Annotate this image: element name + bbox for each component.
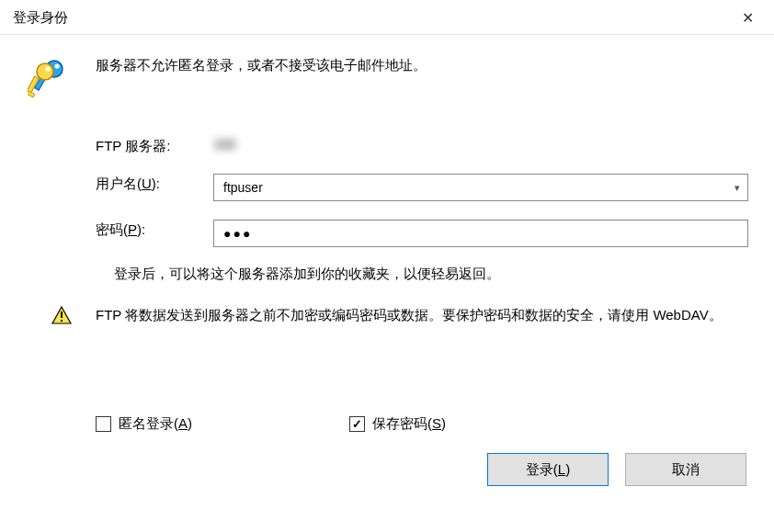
svg-rect-9	[61, 320, 63, 322]
key-icon-col	[28, 57, 96, 101]
save-password-checkbox[interactable]: ✓ 保存密码(S)	[349, 415, 446, 433]
checkbox-row: 匿名登录(A) ✓ 保存密码(S)	[96, 415, 748, 433]
checkbox-box[interactable]: ✓	[349, 416, 365, 432]
svg-point-3	[37, 63, 53, 80]
password-row: 密码(P):	[28, 220, 748, 247]
chevron-down-icon[interactable]: ▾	[727, 182, 747, 194]
close-button[interactable]: ✕	[734, 9, 761, 27]
dialog-body: 服务器不允许匿名登录，或者不接受该电子邮件地址。 FTP 服务器: 192 用户…	[0, 35, 774, 501]
server-message: 服务器不允许匿名登录，或者不接受该电子邮件地址。	[96, 57, 748, 74]
keys-icon	[28, 57, 68, 101]
cancel-button[interactable]: 取消	[625, 453, 746, 486]
username-row: 用户名(U): ▾	[28, 174, 748, 201]
password-label: 密码(P):	[96, 220, 213, 239]
message-row: 服务器不允许匿名登录，或者不接受该电子邮件地址。	[28, 57, 748, 101]
anonymous-login-label: 匿名登录(A)	[119, 415, 192, 433]
titlebar: 登录身份 ✕	[0, 0, 774, 35]
warning-icon	[51, 306, 72, 324]
server-row: FTP 服务器: 192	[28, 136, 748, 155]
username-input[interactable]	[214, 175, 727, 200]
svg-point-4	[45, 66, 50, 71]
password-input[interactable]	[213, 220, 748, 247]
svg-point-1	[54, 63, 59, 68]
server-label: FTP 服务器:	[96, 136, 213, 155]
dialog-title: 登录身份	[13, 9, 68, 27]
anonymous-login-checkbox[interactable]: 匿名登录(A)	[96, 415, 349, 433]
warning-row: FTP 将数据发送到服务器之前不加密或编码密码或数据。要保护密码和数据的安全，请…	[28, 303, 748, 327]
username-label: 用户名(U):	[96, 174, 213, 193]
save-password-label: 保存密码(S)	[372, 415, 446, 433]
svg-rect-8	[61, 311, 63, 318]
checkbox-box[interactable]	[96, 416, 111, 432]
favorites-hint: 登录后，可以将这个服务器添加到你的收藏夹，以便轻易返回。	[96, 266, 748, 283]
login-button[interactable]: 登录(L)	[487, 453, 609, 486]
username-combobox[interactable]: ▾	[213, 174, 748, 201]
button-row: 登录(L) 取消	[28, 453, 748, 486]
server-value: 192	[213, 136, 236, 152]
warning-text: FTP 将数据发送到服务器之前不加密或编码密码或数据。要保护密码和数据的安全，请…	[96, 303, 723, 327]
